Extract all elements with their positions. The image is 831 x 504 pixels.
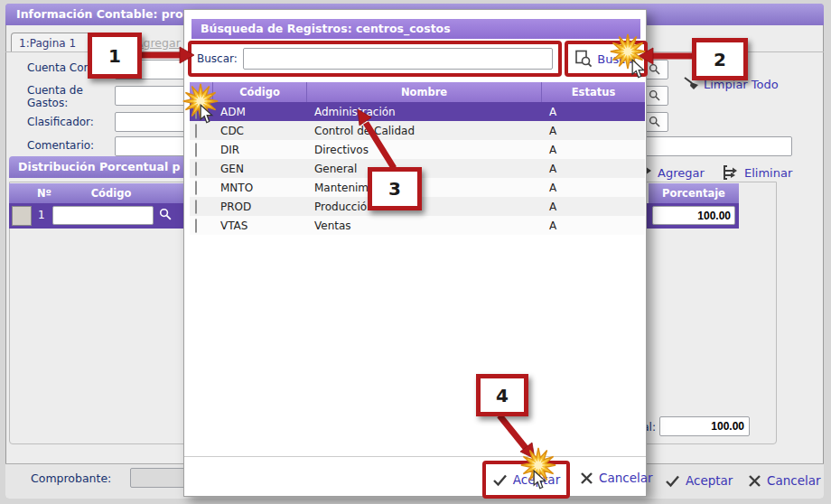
window-aceptar-label: Aceptar xyxy=(686,473,733,488)
col-estatus: Estatus xyxy=(542,82,645,102)
eliminar-icon xyxy=(722,164,740,181)
comprobante-label: Comprobante: xyxy=(31,471,111,485)
window-cancelar-label: Cancelar xyxy=(767,473,821,488)
callout-2: 2 xyxy=(692,38,748,80)
x-icon xyxy=(748,474,761,488)
comentario-label: Comentario: xyxy=(27,139,94,152)
clasificador-label: Clasificador: xyxy=(27,116,94,128)
dist-row-lookup-icon[interactable] xyxy=(159,208,173,221)
col-nombre: Nombre xyxy=(307,82,542,102)
page-magnifier-icon xyxy=(574,50,593,68)
tab-pagina-1[interactable]: 1:Pagina 1 xyxy=(11,33,98,52)
search-highlight-box: Buscar: xyxy=(188,41,562,77)
col-select: . xyxy=(190,82,213,102)
results-table-header: . Código Nombre Estatus xyxy=(190,82,645,102)
tab-label: 1:Pagina 1 xyxy=(19,37,76,50)
dialog-aceptar-button[interactable]: Aceptar xyxy=(513,472,560,487)
table-row[interactable]: VTAS Ventas A xyxy=(190,216,645,235)
total-input xyxy=(659,416,750,436)
dialog-footer-divider xyxy=(184,456,646,457)
callout-1: 1 xyxy=(88,33,142,79)
buscar-button[interactable]: Buscar xyxy=(597,52,637,66)
dist-row-selector[interactable] xyxy=(12,206,32,226)
callout-3: 3 xyxy=(368,167,422,210)
row-checkbox[interactable] xyxy=(195,219,197,233)
buscar-label: Buscar: xyxy=(197,52,238,65)
agregar-page-link[interactable]: Agregar xyxy=(135,36,181,50)
check-icon xyxy=(665,474,680,488)
row-checkbox[interactable] xyxy=(195,143,197,157)
dist-col-num: Nº xyxy=(31,183,58,203)
row-checkbox[interactable] xyxy=(195,181,197,195)
cuenta-gastos-label: Cuenta de Gastos: xyxy=(27,84,105,109)
table-row[interactable]: ADM Administración A xyxy=(190,102,645,121)
dist-col-porcentaje: Porcentaje xyxy=(649,183,739,203)
buscar-button-highlight-box: Buscar xyxy=(565,41,648,77)
dialog-cancelar-button[interactable]: Cancelar xyxy=(580,471,653,485)
table-row[interactable]: DIR Directivos A xyxy=(190,140,645,159)
agregar-row-link[interactable]: Agregar xyxy=(658,166,705,180)
clasificador-lookup-icon[interactable] xyxy=(649,116,661,128)
dist-row-num: 1 xyxy=(38,209,45,221)
dialog-cancelar-label: Cancelar xyxy=(599,471,653,485)
cuenta-contable-lookup-icon[interactable] xyxy=(649,63,661,76)
search-dialog: Búsqueda de Registros: centros_costos Bu… xyxy=(183,9,647,497)
results-table: . Código Nombre Estatus ADM Administraci… xyxy=(190,82,645,235)
dist-row-codigo-input[interactable] xyxy=(52,206,154,225)
col-codigo: Código xyxy=(213,82,307,102)
search-input[interactable] xyxy=(243,48,553,70)
row-checkbox[interactable] xyxy=(195,200,197,214)
dialog-title: Búsqueda de Registros: centros_costos xyxy=(191,19,640,39)
row-checkbox[interactable] xyxy=(195,124,197,138)
window-aceptar-button[interactable]: Aceptar xyxy=(665,473,733,488)
dist-col-codigo: Código xyxy=(58,183,164,203)
eliminar-row-link[interactable]: Eliminar xyxy=(744,166,792,180)
dist-row-porcentaje-input[interactable] xyxy=(652,206,735,225)
window-cancelar-button[interactable]: Cancelar xyxy=(748,473,821,488)
row-checkbox[interactable] xyxy=(195,162,197,176)
table-row[interactable]: CDC Control de Calidad A xyxy=(190,121,645,140)
callout-4: 4 xyxy=(476,374,528,416)
aceptar-highlight-box: Aceptar xyxy=(482,461,570,499)
row-checkbox[interactable] xyxy=(195,105,197,119)
x-icon xyxy=(580,471,593,485)
check-icon xyxy=(492,473,508,487)
cuenta-gastos-lookup-icon[interactable] xyxy=(649,89,661,102)
